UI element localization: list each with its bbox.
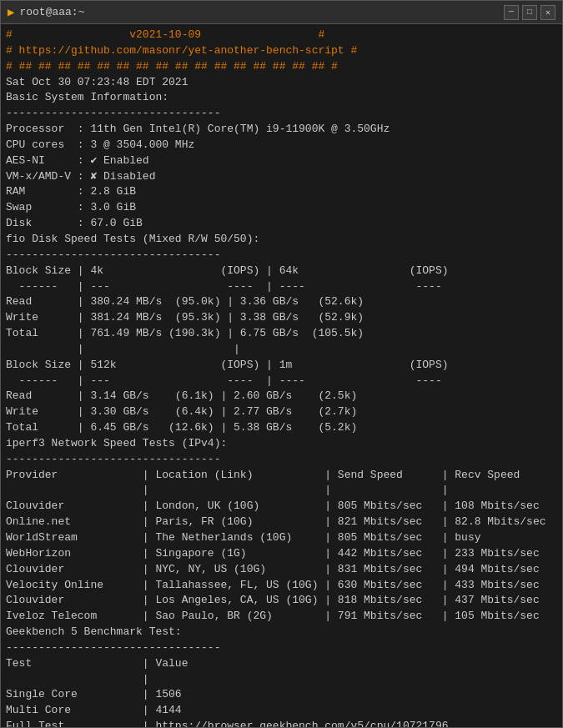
terminal-line: Processor : 11th Gen Intel(R) Core(TM) i… <box>6 122 557 138</box>
terminal-line: Clouvider | NYC, NY, US (10G) | 831 Mbit… <box>6 562 557 578</box>
titlebar-left: ▶ root@aaa:~ <box>8 5 84 19</box>
terminal-line: Test | Value <box>6 656 557 672</box>
terminal-line: Single Core | 1506 <box>6 687 557 703</box>
terminal-line: iperf3 Network Speed Tests (IPv4): <box>6 436 557 452</box>
terminal-line: Read | 380.24 MB/s (95.0k) | 3.36 GB/s (… <box>6 294 557 310</box>
terminal-line: Multi Core | 4144 <box>6 703 557 719</box>
terminal-line: Clouvider | London, UK (10G) | 805 Mbits… <box>6 499 557 515</box>
terminal-line: # ## ## ## ## ## ## ## ## ## ## ## ## ##… <box>6 59 557 75</box>
terminal-line: Swap : 3.0 GiB <box>6 200 557 216</box>
maximize-button[interactable]: □ <box>522 5 537 20</box>
terminal-line: Block Size | 4k (IOPS) | 64k (IOPS) <box>6 264 557 279</box>
terminal-line: Write | 381.24 MB/s (95.3k) | 3.38 GB/s … <box>6 310 557 326</box>
terminal-line: # https://github.com/masonr/yet-another-… <box>6 43 557 59</box>
terminal-line: Iveloz Telecom | Sao Paulo, BR (2G) | 79… <box>6 609 557 625</box>
terminal-line: --------------------------------- <box>6 248 557 264</box>
terminal-line: | | <box>6 342 557 358</box>
terminal-line: # v2021-10-09 # <box>6 28 557 43</box>
terminal-line: Total | 6.45 GB/s (12.6k) | 5.38 GB/s (5… <box>6 420 557 436</box>
terminal-line: Read | 3.14 GB/s (6.1k) | 2.60 GB/s (2.5… <box>6 389 557 404</box>
terminal-line: --------------------------------- <box>6 452 557 468</box>
terminal-line: | | | <box>6 483 557 499</box>
terminal-body[interactable]: # v2021-10-09 ## https://github.com/maso… <box>1 24 562 727</box>
terminal-line: Sat Oct 30 07:23:48 EDT 2021 <box>6 75 557 91</box>
titlebar: ▶ root@aaa:~ ─ □ ✕ <box>1 1 562 24</box>
terminal-line: CPU cores : 3 @ 3504.000 MHz <box>6 138 557 153</box>
terminal-line: Total | 761.49 MB/s (190.3k) | 6.75 GB/s… <box>6 326 557 342</box>
terminal-line: ------ | --- ---- | ---- ---- <box>6 374 557 389</box>
terminal-line: VM-x/AMD-V : ✘ Disabled <box>6 169 557 185</box>
terminal-line: | <box>6 672 557 688</box>
terminal-line: Write | 3.30 GB/s (6.4k) | 2.77 GB/s (2.… <box>6 404 557 420</box>
terminal-line: --------------------------------- <box>6 106 557 122</box>
terminal-line: Velocity Online | Tallahassee, FL, US (1… <box>6 578 557 594</box>
minimize-button[interactable]: ─ <box>504 5 519 20</box>
terminal-line: Geekbench 5 Benchmark Test: <box>6 625 557 640</box>
terminal-line: Online.net | Paris, FR (10G) | 821 Mbits… <box>6 515 557 530</box>
terminal-line: ------ | --- ---- | ---- ---- <box>6 279 557 295</box>
titlebar-controls: ─ □ ✕ <box>504 5 555 20</box>
terminal-line: RAM : 2.8 GiB <box>6 184 557 200</box>
terminal-icon: ▶ <box>8 5 14 19</box>
terminal-line: AES-NI : ✔ Enabled <box>6 153 557 169</box>
terminal-line: Basic System Information: <box>6 90 557 106</box>
terminal-line: Block Size | 512k (IOPS) | 1m (IOPS) <box>6 358 557 374</box>
terminal-window: ▶ root@aaa:~ ─ □ ✕ # v2021-10-09 ## http… <box>0 0 563 728</box>
close-button[interactable]: ✕ <box>540 5 555 20</box>
terminal-line: WorldStream | The Netherlands (10G) | 80… <box>6 530 557 546</box>
terminal-line: Disk : 67.0 GiB <box>6 216 557 232</box>
terminal-line: Full Test | https://browser.geekbench.co… <box>6 719 557 727</box>
terminal-line: WebHorizon | Singapore (1G) | 442 Mbits/… <box>6 546 557 562</box>
terminal-line: Provider | Location (Link) | Send Speed … <box>6 468 557 484</box>
titlebar-title: root@aaa:~ <box>19 6 84 18</box>
terminal-line: fio Disk Speed Tests (Mixed R/W 50/50): <box>6 232 557 248</box>
terminal-line: Clouvider | Los Angeles, CA, US (10G) | … <box>6 593 557 609</box>
terminal-line: --------------------------------- <box>6 640 557 656</box>
